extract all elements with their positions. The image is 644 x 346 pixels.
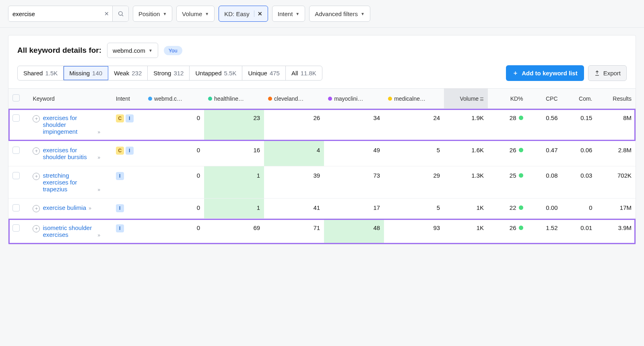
segment-label: Strong bbox=[153, 70, 171, 77]
col-keyword[interactable]: Keyword bbox=[29, 89, 111, 109]
cell-competitor-2: 4 bbox=[264, 141, 324, 166]
checkbox[interactable] bbox=[12, 114, 20, 122]
keyword-link[interactable]: isometric shoulder exercises bbox=[43, 224, 95, 238]
col-results[interactable]: Results bbox=[596, 89, 636, 109]
segment-missing[interactable]: Missing 140 bbox=[64, 66, 108, 80]
segment-weak[interactable]: Weak 232 bbox=[108, 66, 148, 80]
cell-kd: 28 bbox=[488, 109, 527, 141]
col-competitor-3[interactable]: mayoclini… bbox=[324, 89, 384, 109]
keyword-link[interactable]: exercise bulimia bbox=[43, 204, 86, 211]
table-row: +stretching exercises for trapezius »I01… bbox=[8, 166, 636, 199]
chevron-right-icon: » bbox=[98, 129, 101, 135]
intent-badge-c: C bbox=[116, 114, 124, 122]
col-competitor-2[interactable]: cleveland… bbox=[264, 89, 324, 109]
search-icon[interactable] bbox=[112, 6, 128, 21]
expand-icon[interactable]: + bbox=[33, 173, 40, 180]
cell-checkbox bbox=[8, 109, 29, 141]
kd-label: KD: Easy bbox=[224, 10, 250, 17]
chevron-right-icon: » bbox=[98, 232, 101, 238]
cell-checkbox bbox=[8, 166, 29, 199]
search-input[interactable] bbox=[8, 7, 101, 21]
col-competitor-1[interactable]: healthline… bbox=[204, 89, 264, 109]
advanced-filter[interactable]: Advanced filters▼ bbox=[309, 6, 370, 22]
table-body: +exercises for shoulder impingement »CI0… bbox=[8, 109, 636, 244]
controls-row: Shared 1.5KMissing 140Weak 232Strong 312… bbox=[8, 65, 636, 88]
keyword-link[interactable]: exercises for shoulder impingement bbox=[43, 114, 95, 135]
col-intent[interactable]: Intent bbox=[112, 89, 144, 109]
segment-count: 475 bbox=[270, 70, 280, 77]
cell-cpc: 0.00 bbox=[527, 199, 562, 219]
cell-com: 0 bbox=[562, 199, 597, 219]
export-button[interactable]: Export bbox=[588, 65, 627, 81]
checkbox[interactable] bbox=[12, 172, 20, 179]
table-header-row: KeywordIntentwebmd.c…healthline…clevelan… bbox=[8, 89, 636, 109]
checkbox[interactable] bbox=[12, 94, 20, 102]
checkbox[interactable] bbox=[12, 147, 20, 154]
col-kd[interactable]: KD% bbox=[488, 89, 527, 109]
cell-cpc: 0.47 bbox=[527, 141, 562, 166]
col-cpc[interactable]: CPC bbox=[527, 89, 562, 109]
domain-select[interactable]: webmd.com▼ bbox=[107, 43, 158, 58]
intent-filter[interactable]: Intent▼ bbox=[272, 6, 305, 22]
cell-keyword: +exercises for shoulder impingement » bbox=[29, 109, 111, 141]
checkbox[interactable] bbox=[12, 204, 20, 211]
svg-line-1 bbox=[122, 15, 123, 16]
segment-shared[interactable]: Shared 1.5K bbox=[18, 66, 64, 80]
kd-filter[interactable]: KD: Easy✕ bbox=[219, 6, 268, 22]
cell-results: 8M bbox=[596, 109, 636, 141]
cell-competitor-4: 93 bbox=[384, 219, 444, 244]
checkbox[interactable] bbox=[12, 224, 20, 232]
add-to-keyword-list-button[interactable]: ＋Add to keyword list bbox=[506, 65, 584, 81]
chevron-right-icon: » bbox=[89, 205, 91, 211]
you-badge: You bbox=[164, 46, 182, 55]
segment-count: 312 bbox=[173, 70, 184, 77]
cell-com: 0.03 bbox=[562, 166, 597, 199]
col-competitor-0[interactable]: webmd.c… bbox=[144, 89, 204, 109]
cell-kd: 22 bbox=[488, 199, 527, 219]
expand-icon[interactable]: + bbox=[33, 225, 40, 232]
expand-icon[interactable]: + bbox=[33, 205, 40, 212]
segment-label: Untapped bbox=[195, 70, 221, 77]
segment-strong[interactable]: Strong 312 bbox=[148, 66, 190, 80]
col-com[interactable]: Com. bbox=[562, 89, 597, 109]
cell-keyword: +isometric shoulder exercises » bbox=[29, 219, 111, 244]
cell-competitor-3: 17 bbox=[324, 199, 384, 219]
segment-all[interactable]: All 11.8K bbox=[286, 66, 322, 80]
segment-unique[interactable]: Unique 475 bbox=[242, 66, 286, 80]
chevron-down-icon: ▼ bbox=[205, 12, 209, 16]
expand-icon[interactable]: + bbox=[33, 115, 40, 122]
keyword-table: KeywordIntentwebmd.c…healthline…clevelan… bbox=[8, 88, 636, 244]
keyword-link[interactable]: stretching exercises for trapezius bbox=[43, 172, 95, 193]
cell-competitor-4: 5 bbox=[384, 199, 444, 219]
volume-filter[interactable]: Volume▼ bbox=[176, 6, 215, 22]
cell-competitor-0: 0 bbox=[144, 199, 204, 219]
position-filter[interactable]: Position▼ bbox=[133, 6, 172, 22]
cell-competitor-4: 5 bbox=[384, 141, 444, 166]
cell-competitor-2: 39 bbox=[264, 166, 324, 199]
close-icon[interactable]: ✕ bbox=[254, 10, 262, 17]
cell-cpc: 0.08 bbox=[527, 166, 562, 199]
advanced-label: Advanced filters bbox=[315, 10, 358, 17]
cell-kd: 26 bbox=[488, 141, 527, 166]
col-volume[interactable]: Volume☰ bbox=[444, 89, 488, 109]
cell-results: 702K bbox=[596, 166, 636, 199]
segment-label: Shared bbox=[23, 70, 43, 77]
cell-kd: 25 bbox=[488, 166, 527, 199]
table-row: +exercise bulimia »I01411751K22 0.00017M bbox=[8, 199, 636, 219]
cell-checkbox bbox=[8, 141, 29, 166]
intent-badge-i: I bbox=[116, 204, 124, 212]
cell-competitor-2: 71 bbox=[264, 219, 324, 244]
kd-dot-icon bbox=[519, 116, 523, 120]
col-competitor-4[interactable]: medicalne… bbox=[384, 89, 444, 109]
keyword-link[interactable]: exercises for shoulder bursitis bbox=[43, 147, 95, 160]
cell-competitor-1: 1 bbox=[204, 199, 264, 219]
chevron-down-icon: ▼ bbox=[295, 12, 299, 16]
expand-icon[interactable]: + bbox=[33, 147, 40, 155]
cell-cpc: 0.56 bbox=[527, 109, 562, 141]
cell-kd: 26 bbox=[488, 219, 527, 244]
dot-icon bbox=[388, 97, 392, 101]
intent-badge-i: I bbox=[116, 172, 124, 180]
segment-untapped[interactable]: Untapped 5.5K bbox=[190, 66, 242, 80]
clear-icon[interactable]: ✕ bbox=[101, 10, 112, 17]
cell-com: 0.01 bbox=[562, 219, 597, 244]
